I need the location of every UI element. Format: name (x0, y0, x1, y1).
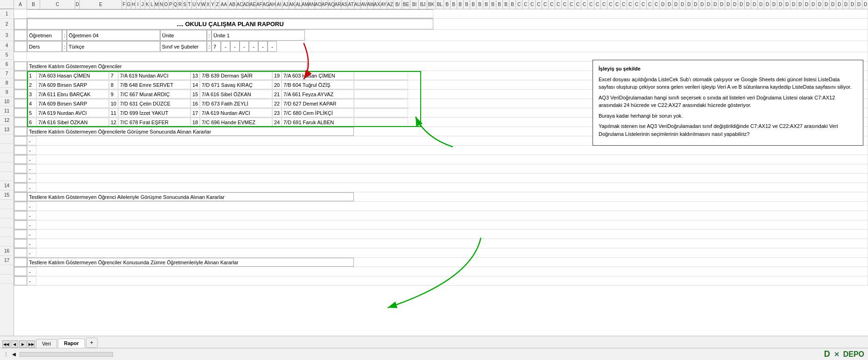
col-dv[interactable]: D (843, 0, 849, 9)
cell-2a[interactable] (14, 19, 27, 29)
col-q[interactable]: Q (173, 0, 178, 9)
col-e[interactable]: E (80, 0, 122, 9)
row-num-8[interactable]: 8 (0, 78, 14, 88)
cell-5a[interactable] (14, 52, 27, 61)
cell-12-name2[interactable]: 7/C 678 Fırat EŞFER (118, 118, 191, 127)
cell-8-name3[interactable]: 7/D 671 Savaş KIRAÇ (200, 80, 272, 89)
cell-d12a[interactable] (14, 276, 27, 285)
cell-d11a[interactable] (14, 267, 27, 276)
col-ci[interactable]: C (588, 0, 594, 9)
col-cg[interactable]: C (575, 0, 581, 9)
cell-d5a[interactable] (14, 174, 27, 183)
col-ac[interactable]: AC (237, 0, 243, 9)
col-de[interactable]: D (732, 0, 738, 9)
cell-11-num3[interactable]: 17 (191, 108, 200, 117)
col-dc[interactable]: D (719, 0, 725, 9)
cell-d5-dash[interactable]: - (27, 174, 36, 183)
col-ak[interactable]: AK (289, 0, 296, 9)
tab-add-button[interactable]: + (86, 338, 98, 348)
cell-12a[interactable] (14, 118, 27, 127)
col-bl[interactable]: BL (436, 0, 444, 9)
col-du[interactable]: D (836, 0, 843, 9)
col-t[interactable]: T (187, 0, 192, 9)
scroll-prev-btn[interactable]: ◀ (11, 340, 18, 348)
cell-9-num2[interactable]: 9 (109, 90, 118, 99)
cell-7-name2[interactable]: 7/A 619 Nurdan AVCI (118, 71, 191, 80)
col-bc2[interactable]: BI (410, 0, 419, 9)
cell-d7-rest[interactable] (36, 211, 868, 220)
col-aj[interactable]: AJ (282, 0, 289, 9)
cell-d8-rest[interactable] (36, 220, 868, 229)
col-by[interactable]: C (522, 0, 529, 9)
row-num-dash7[interactable] (0, 209, 14, 219)
col-bn[interactable]: B (451, 0, 457, 9)
tab-veri[interactable]: Veri (36, 339, 57, 348)
col-dk[interactable]: D (771, 0, 777, 9)
col-bs[interactable]: B (483, 0, 490, 9)
cell-7-num3[interactable]: 13 (191, 71, 200, 80)
col-v[interactable]: V (197, 0, 201, 9)
row-num-4[interactable]: 4 (0, 41, 14, 50)
row-num-dash8[interactable] (0, 219, 14, 228)
cell-7a[interactable] (14, 71, 27, 80)
scroll-bar[interactable] (20, 352, 113, 357)
cell-d11-rest[interactable] (36, 267, 868, 276)
row-num-11[interactable]: 11 (0, 106, 14, 116)
col-ck[interactable]: C (601, 0, 607, 9)
cell-d6-rest[interactable] (36, 202, 868, 211)
cell-d12-dash[interactable]: - (27, 276, 36, 285)
col-r[interactable]: R (178, 0, 183, 9)
cell-2-rest[interactable] (433, 19, 868, 29)
cell-d9-dash[interactable]: - (27, 230, 36, 239)
row-num-10[interactable]: 10 (0, 97, 14, 106)
col-bw[interactable]: B (509, 0, 516, 9)
cell-14-rest[interactable] (36, 183, 868, 192)
cell-d8-dash[interactable]: - (27, 220, 36, 229)
col-bd2[interactable]: BJ (419, 0, 427, 9)
col-bq[interactable]: B (470, 0, 477, 9)
col-be2[interactable]: BK (427, 0, 436, 9)
cell-8-extra[interactable] (354, 80, 408, 89)
col-dl[interactable]: D (777, 0, 784, 9)
col-ds[interactable]: D (823, 0, 830, 9)
cell-ogretmen-label[interactable]: Öğretmen (27, 30, 62, 41)
cell-12-num1[interactable]: 6 (27, 118, 36, 127)
col-h[interactable]: H (131, 0, 136, 9)
cell-11-num4[interactable]: 23 (272, 108, 282, 117)
cell-7-num1[interactable]: 1 (27, 71, 36, 80)
cell-unite-value[interactable]: Ünite 1 (212, 30, 305, 41)
col-cz[interactable]: D (699, 0, 706, 9)
cell-10-num2[interactable]: 10 (109, 99, 118, 108)
cell-8-name2[interactable]: 7/B 648 Emre SERVET (118, 80, 191, 89)
cell-9a[interactable] (14, 90, 27, 99)
cell-sinif-dash2[interactable]: - (230, 41, 240, 52)
col-dw[interactable]: D (849, 0, 856, 9)
col-j[interactable]: J (141, 0, 145, 9)
cell-10a[interactable] (14, 99, 27, 108)
cell-12-name3[interactable]: 7/C 696 Hande EVMEZ (200, 118, 272, 127)
col-ba[interactable]: B/ (394, 0, 402, 9)
row-num-dash6[interactable] (0, 200, 14, 209)
cell-12-name4[interactable]: 7/D 691 Faruk ALBEN (282, 118, 354, 127)
cell-14a[interactable] (14, 183, 27, 192)
cell-7-num4[interactable]: 19 (272, 71, 282, 80)
cell-d4-dash[interactable]: - (27, 164, 36, 173)
col-cw[interactable]: D (679, 0, 686, 9)
cell-d10-rest[interactable] (36, 239, 868, 248)
col-dj[interactable]: D (764, 0, 771, 9)
col-br[interactable]: B (477, 0, 483, 9)
col-ca[interactable]: C (536, 0, 542, 9)
row-num-dash4[interactable] (0, 162, 14, 172)
cell-1-merged[interactable] (27, 9, 433, 18)
col-ar[interactable]: AR (335, 0, 341, 9)
col-m[interactable]: M (155, 0, 159, 9)
cell-sinif-dash6[interactable]: - (268, 41, 277, 52)
cell-d4a[interactable] (14, 164, 27, 173)
cell-ders-label[interactable]: Ders (27, 41, 62, 52)
cell-16a[interactable] (14, 248, 27, 257)
row-num-dash1[interactable] (0, 134, 14, 144)
cell-d3-rest[interactable] (36, 155, 868, 164)
col-dp[interactable]: D (804, 0, 810, 9)
cell-11-num2[interactable]: 11 (109, 108, 118, 117)
col-cy[interactable]: D (692, 0, 699, 9)
